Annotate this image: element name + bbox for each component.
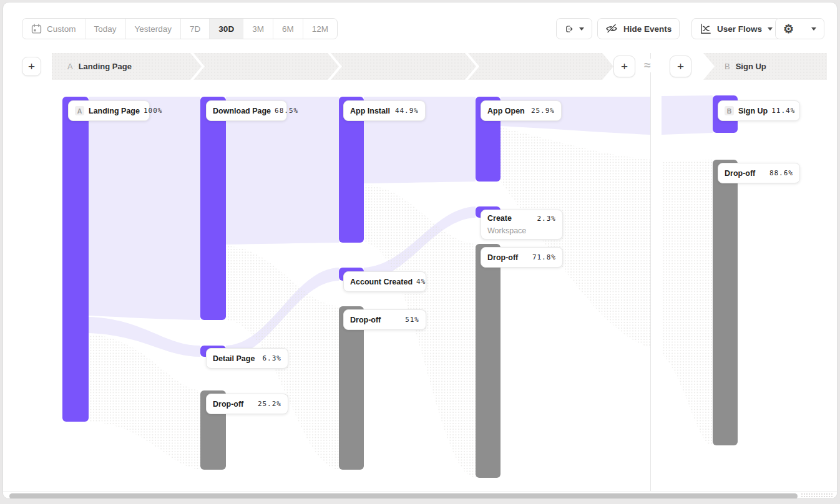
node-name: Account Created: [350, 278, 413, 286]
flow-separator-dropoffb: [662, 160, 713, 445]
date-range-label: 30D: [218, 24, 234, 34]
node-name: Detail Page: [213, 354, 255, 363]
node-name: Drop-off: [213, 400, 243, 409]
date-range-30d[interactable]: 30D: [210, 19, 243, 39]
date-range-yesterday[interactable]: Yesterday: [126, 19, 182, 39]
step-band-a: [52, 53, 615, 80]
step-a-title[interactable]: A Landing Page: [67, 53, 132, 80]
node-percentage: 2.3%: [537, 215, 557, 223]
node-label-account-created[interactable]: Account Created4%: [343, 271, 426, 292]
report-card: CustomTodayYesterday7D30D3M6M12M Hide Ev…: [2, 2, 838, 499]
date-range-3m[interactable]: 3M: [243, 19, 273, 39]
node-percentage: 11.4%: [771, 107, 795, 115]
eye-off-icon: [605, 23, 618, 34]
node-label-detail-page[interactable]: Detail Page6.3%: [206, 348, 288, 369]
add-step-button-b-start[interactable]: +: [670, 56, 691, 77]
node-percentage: 25.2%: [258, 400, 281, 408]
step-b-letter: B: [725, 62, 730, 71]
export-button[interactable]: [556, 18, 592, 39]
add-step-button-a-end[interactable]: +: [613, 56, 635, 77]
date-range-12m[interactable]: 12M: [303, 19, 337, 39]
hide-events-button[interactable]: Hide Events: [597, 18, 680, 39]
node-name: Drop-off: [725, 169, 755, 178]
step-a-letter: A: [67, 62, 73, 71]
node-percentage: 100%: [144, 107, 163, 115]
node-label-download-page[interactable]: Download Page68.5%: [206, 100, 287, 121]
node-name: Drop-off: [350, 316, 381, 324]
user-flows-chart: ALanding Page100%Download Page68.5%App I…: [3, 80, 838, 491]
flows-chart-icon: [700, 23, 711, 35]
node-label-drop-off-step4[interactable]: Drop-off71.8%: [481, 247, 563, 268]
node-percentage: 88.6%: [769, 169, 793, 177]
date-range-label: 12M: [312, 24, 328, 34]
node-name: Landing Page: [89, 107, 140, 115]
step-b-name: Sign Up: [736, 62, 766, 71]
user-flows-button[interactable]: User Flows: [691, 18, 781, 39]
node-label-app-install[interactable]: App Install44.9%: [343, 100, 426, 121]
node-percentage: 68.5%: [275, 107, 298, 115]
date-range-custom[interactable]: Custom: [22, 19, 85, 39]
flow-install-dropoff4: [364, 185, 476, 478]
date-range-selector: CustomTodayYesterday7D30D3M6M12M: [22, 18, 338, 39]
horizontal-scrollbar: [3, 491, 838, 499]
approx-separator-icon: ≈: [642, 59, 652, 72]
date-range-6m[interactable]: 6M: [273, 19, 303, 39]
step-a-name: Landing Page: [79, 62, 132, 71]
toolbar: CustomTodayYesterday7D30D3M6M12M Hide Ev…: [3, 18, 838, 39]
step-letter-badge: A: [75, 106, 84, 115]
gear-icon: ⚙: [783, 23, 794, 35]
step-letter-badge: B: [725, 106, 734, 115]
node-drop-off-b[interactable]: [713, 160, 738, 445]
node-label-sign-up[interactable]: BSign Up11.4%: [718, 100, 800, 121]
steps-row: A Landing Page B Sign Up + + + ≈: [3, 53, 838, 80]
hide-events-label: Hide Events: [623, 24, 672, 34]
node-percentage: 4%: [416, 278, 426, 286]
node-name: Create: [487, 214, 512, 223]
node-percentage: 6.3%: [263, 354, 282, 362]
caret-down-icon: [811, 27, 816, 31]
date-range-today[interactable]: Today: [85, 19, 126, 39]
settings-button[interactable]: ⚙: [775, 18, 824, 39]
node-download-page[interactable]: [200, 97, 226, 320]
node-percentage: 51%: [405, 316, 419, 324]
date-range-label: Custom: [47, 24, 76, 34]
calendar-icon: [31, 24, 42, 34]
node-drop-off-step3[interactable]: [339, 306, 364, 470]
node-percentage: 71.8%: [532, 253, 556, 261]
scrollbar-thumb[interactable]: [9, 493, 798, 499]
node-name-line2: Workspace: [487, 226, 556, 235]
node-percentage: 25.9%: [531, 107, 555, 115]
node-name: Drop-off: [487, 253, 518, 262]
export-icon: [564, 23, 574, 35]
flow-landing-download: [89, 97, 200, 320]
date-range-label: 6M: [282, 24, 294, 34]
add-step-button-left[interactable]: +: [22, 57, 41, 76]
date-range-label: 3M: [252, 24, 264, 34]
node-percentage: 44.9%: [395, 107, 419, 115]
date-range-label: Today: [94, 24, 117, 34]
node-landing-page[interactable]: [62, 97, 89, 422]
date-range-label: Yesterday: [135, 24, 172, 34]
node-label-drop-off-step2[interactable]: Drop-off25.2%: [206, 394, 288, 414]
node-label-landing-page[interactable]: ALanding Page100%: [68, 100, 150, 121]
node-name: App Install: [350, 107, 390, 115]
node-label-create-workspace[interactable]: Create2.3%Workspace: [481, 210, 563, 240]
date-range-7d[interactable]: 7D: [181, 19, 210, 39]
node-label-app-open[interactable]: App Open25.9%: [481, 100, 562, 121]
caret-down-icon: [768, 27, 773, 31]
step-b-title[interactable]: B Sign Up: [725, 53, 766, 80]
node-name: Sign Up: [738, 107, 768, 115]
date-range-label: 7D: [190, 24, 200, 34]
node-label-drop-off-b[interactable]: Drop-off88.6%: [718, 163, 800, 183]
node-drop-off-step4[interactable]: [476, 244, 501, 478]
node-name: Download Page: [213, 107, 271, 115]
user-flows-label: User Flows: [717, 24, 762, 34]
caret-down-icon: [579, 27, 584, 31]
flow-separator-to-signup: [662, 95, 713, 135]
node-label-drop-off-step3[interactable]: Drop-off51%: [343, 309, 426, 330]
scrollbar-overflow-texture: [801, 493, 833, 499]
node-name: App Open: [487, 107, 525, 115]
